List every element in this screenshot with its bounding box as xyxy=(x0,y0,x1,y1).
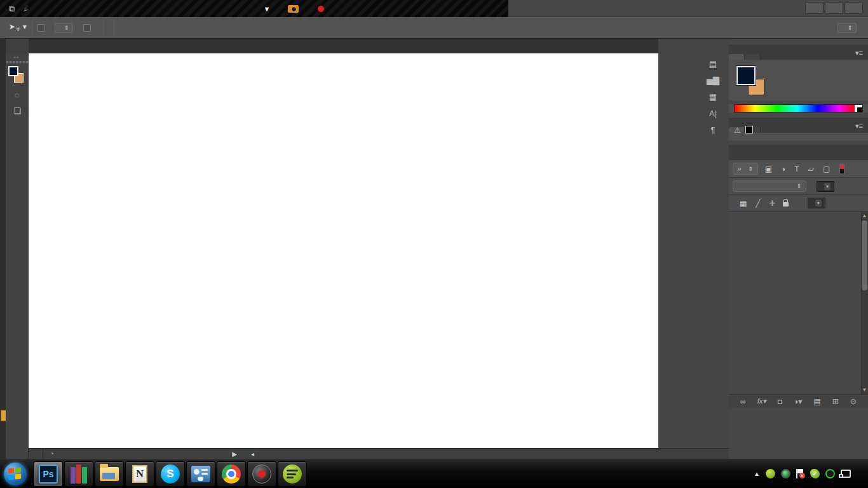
quick-mask-button[interactable]: ◌ xyxy=(6,87,29,103)
fill-value[interactable]: ▾ xyxy=(808,198,825,208)
document-canvas[interactable] xyxy=(29,53,658,448)
recorder-camera-icon[interactable] xyxy=(288,5,299,13)
taskbar-settings-button[interactable] xyxy=(186,461,215,487)
taskbar-notepad-button[interactable]: N xyxy=(125,461,154,487)
filter-smart-object-icon[interactable]: ▢ xyxy=(823,165,830,173)
status-bar: ◔ ▶ ◂ xyxy=(29,448,729,459)
lock-all-icon[interactable] xyxy=(783,202,789,207)
collapsed-info-panel-icon[interactable]: ▦ xyxy=(705,90,721,105)
taskbar-skype-button[interactable]: S xyxy=(156,461,185,487)
collapsed-paragraph-panel-icon[interactable]: ¶ xyxy=(705,123,721,138)
color-panel-menu-icon[interactable]: ▾≡ xyxy=(850,46,868,60)
toolbar-grip[interactable]: ▸▸■■■■■■■ xyxy=(6,53,28,64)
menu-bar: ⧉ ⌕ ▼ xyxy=(0,0,868,17)
status-icon: ◔ xyxy=(50,449,54,458)
filter-adjustment-layers-icon[interactable]: ◑ xyxy=(781,165,785,173)
gamut-color-chip[interactable] xyxy=(745,126,753,133)
panel-dock-gutter: ▤ ▅▇ ▦ A| ¶ xyxy=(658,39,729,448)
filter-shape-layers-icon[interactable]: ▱ xyxy=(808,165,814,173)
tools-panel: ▸▸■■■■■■■ ◌ ❏ xyxy=(0,39,29,459)
lock-position-icon[interactable]: ✛ xyxy=(770,199,776,208)
screen-mode-button[interactable]: ❏ xyxy=(6,103,29,119)
screen-recorder-overlay: ⧉ ⌕ ▼ xyxy=(0,0,508,17)
show-transform-checkbox[interactable] xyxy=(83,24,94,32)
panel-edge-strip xyxy=(0,39,6,459)
layers-scrollbar[interactable]: ▲ ▼ xyxy=(861,212,868,394)
tray-antivirus-icon[interactable]: ✓ xyxy=(810,469,820,478)
color-panel: ▾≡ ⚠ xyxy=(729,44,868,112)
close-button[interactable] xyxy=(844,2,863,14)
layers-list: ▲ ▼ xyxy=(729,212,868,394)
layers-panel: ⌕⇕ ▣ ◑ T ▱ ▢ ⇕ ▾ ▦ ╱ ✛ xyxy=(729,145,868,408)
color-chips[interactable] xyxy=(6,65,29,87)
new-layer-icon[interactable]: ⊞ xyxy=(832,397,839,406)
lock-transparent-icon[interactable]: ▦ xyxy=(740,199,747,208)
tab-color[interactable] xyxy=(729,54,745,60)
adjustments-panel-menu-icon[interactable]: ▾≡ xyxy=(850,119,868,133)
tray-gauge-icon[interactable] xyxy=(825,469,835,478)
tray-show-hidden-icon[interactable]: ▲ xyxy=(754,470,760,477)
color-spectrum-ramp[interactable] xyxy=(734,104,863,112)
document-tab-bar xyxy=(0,39,658,53)
auto-select-mode-dropdown[interactable]: ⇕ xyxy=(55,23,74,33)
new-adjustment-layer-icon[interactable]: ◑▾ xyxy=(794,397,802,406)
new-group-icon[interactable]: ▤ xyxy=(813,397,820,406)
layer-filter-kind-dropdown[interactable]: ⌕⇕ xyxy=(733,163,758,175)
collapsed-character-panel-icon[interactable]: A| xyxy=(705,106,721,121)
workspace-dropdown[interactable]: ⇕ xyxy=(837,23,857,33)
status-scroll-icon[interactable]: ◂ xyxy=(251,451,254,458)
collapsed-histogram-panel-icon[interactable]: ▅▇ xyxy=(705,73,721,88)
start-button[interactable] xyxy=(4,463,27,485)
lock-pixels-icon[interactable]: ╱ xyxy=(756,199,760,208)
restore-button[interactable] xyxy=(825,2,843,14)
collapsed-history-panel-icon[interactable]: ▤ xyxy=(705,57,721,72)
opacity-value[interactable]: ▾ xyxy=(817,181,834,192)
delete-layer-icon[interactable]: ⊝ xyxy=(850,397,857,406)
taskbar-spotify-button[interactable] xyxy=(278,461,307,487)
tray-network-icon[interactable] xyxy=(841,470,851,478)
recorder-mode-caret-icon[interactable]: ▼ xyxy=(264,5,271,13)
taskbar-explorer-button[interactable] xyxy=(95,461,124,487)
filter-pixel-layers-icon[interactable]: ▣ xyxy=(765,165,772,173)
tray-spotify-icon[interactable] xyxy=(766,469,775,478)
tab-swatches[interactable] xyxy=(745,54,761,60)
layer-style-icon[interactable]: fx▾ xyxy=(757,397,766,405)
taskbar-winrar-button[interactable] xyxy=(64,461,93,487)
filtering-toggle[interactable] xyxy=(839,164,844,174)
taskbar-chrome-button[interactable] xyxy=(217,461,246,487)
status-flyout-icon[interactable]: ▶ xyxy=(232,451,237,458)
move-tool-options-icon[interactable]: ➤✛ ▾ xyxy=(9,22,27,32)
blend-mode-dropdown[interactable]: ⇕ xyxy=(733,180,806,192)
tray-recorder-icon[interactable] xyxy=(781,469,790,478)
recorder-layers-icon[interactable]: ⧉ xyxy=(9,4,15,14)
recorder-magnifier-icon[interactable]: ⌕ xyxy=(24,4,28,14)
tray-action-center-icon[interactable]: ✕ xyxy=(796,469,804,478)
auto-select-checkbox[interactable] xyxy=(37,24,48,32)
options-bar: ➤✛ ▾ ⇕ ⇕ xyxy=(0,17,868,39)
panel-foreground-chip[interactable] xyxy=(736,66,756,85)
panel-color-chips[interactable] xyxy=(734,65,768,100)
foreground-color-chip[interactable] xyxy=(8,66,18,76)
adjustments-heading xyxy=(729,133,868,138)
filter-type-layers-icon[interactable]: T xyxy=(794,165,799,173)
recorder-rec-dot-icon xyxy=(318,6,324,12)
windows-taskbar: Ps N S ▲ ✕ ✓ xyxy=(0,459,868,488)
add-layer-mask-icon[interactable]: ◘ xyxy=(778,397,782,406)
minimize-button[interactable] xyxy=(805,2,824,14)
gamut-warning-icon[interactable]: ⚠ xyxy=(734,126,741,135)
taskbar-photoshop-button[interactable]: Ps xyxy=(34,461,63,487)
taskbar-recorder-button[interactable] xyxy=(247,461,276,487)
link-layers-icon[interactable]: ∞ xyxy=(740,397,746,406)
